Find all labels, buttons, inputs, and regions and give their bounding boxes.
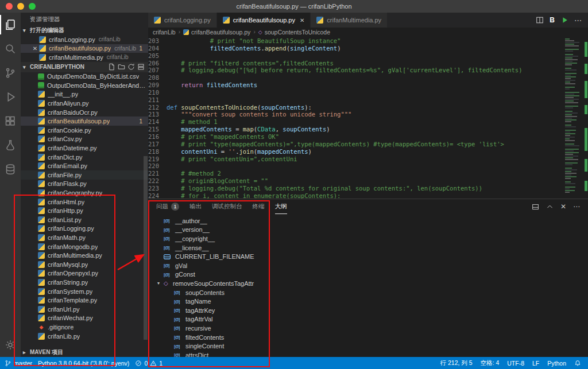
code-line[interactable]: 216 # print "mappedContents OK" — [148, 133, 560, 141]
encoding[interactable]: UTF-8 — [507, 360, 524, 367]
code-line[interactable]: 210 — [148, 89, 560, 96]
outline-item[interactable]: [@]__license__ — [148, 243, 588, 253]
panel-more-button[interactable]: ⋯ — [573, 203, 580, 211]
line-number[interactable]: 209 — [148, 81, 167, 89]
tree-item[interactable]: crifanSystem.py — [21, 287, 148, 296]
maximize-panel-button[interactable] — [546, 203, 554, 211]
code-line[interactable]: 204 filtedContents.append(singleContent) — [148, 45, 560, 52]
code-line[interactable]: 218 contentUni = ''.join(mappedContents) — [148, 148, 560, 156]
panel-layout-button[interactable] — [532, 203, 539, 211]
tree-item[interactable]: crifanList.py — [21, 215, 148, 224]
activity-item-run-debug[interactable] — [0, 85, 21, 109]
line-number[interactable]: 211 — [148, 96, 167, 104]
outline-item[interactable]: [@]__version__ — [148, 226, 588, 235]
code-line[interactable]: 217 # print "type(mappedContents)=",type… — [148, 141, 560, 148]
line-number[interactable]: 205 — [148, 52, 167, 60]
code-line[interactable]: 220 — [148, 162, 560, 170]
open-editor-item[interactable]: ✕crifanMultimedia.pycrifanLib — [21, 53, 148, 62]
code-line[interactable]: 221 # #method 2 — [148, 170, 560, 177]
panel-tab-终端[interactable]: 终端 — [253, 199, 265, 214]
code-line[interactable]: 205 — [148, 52, 560, 60]
overview-ruler[interactable] — [584, 36, 588, 199]
line-number[interactable]: 210 — [148, 89, 167, 96]
close-panel-button[interactable]: ✕ — [560, 203, 566, 211]
line-number[interactable]: 213 — [148, 111, 167, 118]
code-line[interactable]: 214 # method 1 — [148, 118, 560, 126]
b-extension-button[interactable]: B — [550, 16, 555, 24]
tree-item[interactable]: crifanWechat.py — [21, 314, 148, 323]
outline-item[interactable]: [@]__author__ — [148, 216, 588, 226]
tree-item[interactable]: OutputDemoData_ByDictList.csv — [21, 72, 148, 81]
line-number[interactable]: 223 — [148, 185, 167, 192]
python-interpreter-status[interactable]: Python 3.8.0 64-bit ('3.8.0': pyenv) — [38, 360, 129, 367]
manage-button[interactable] — [0, 333, 21, 357]
breadcrumb-item[interactable]: ◇soupContentsToUnicode — [258, 29, 330, 36]
tab-crifanBeautifulsoup.py[interactable]: crifanBeautifulsoup.py✕ — [217, 13, 311, 28]
tree-item[interactable]: crifanDict.py — [21, 153, 148, 162]
outline-item[interactable]: [@]__copyright__ — [148, 234, 588, 243]
tree-item[interactable]: crifanFlask.py — [21, 180, 148, 189]
eol[interactable]: LF — [532, 360, 539, 367]
chevron-down-icon[interactable]: ▾ — [157, 281, 164, 286]
tree-item[interactable]: crifanLib.py — [21, 332, 148, 341]
activity-item-testing[interactable] — [0, 133, 21, 157]
code-line[interactable]: 208 — [148, 74, 560, 81]
tree-item[interactable]: crifanEmail.py — [21, 161, 148, 170]
code-line[interactable]: 206 # print "filterd contents=",filtedCo… — [148, 60, 560, 67]
tree-item[interactable]: __init__.py — [21, 90, 148, 99]
line-number[interactable]: 215 — [148, 126, 167, 133]
tree-item[interactable]: crifanGeography.py — [21, 188, 148, 197]
problems-status[interactable]: 01 — [135, 360, 163, 367]
tree-item[interactable]: crifanString.py — [21, 278, 148, 287]
split-editor-button[interactable] — [536, 16, 544, 24]
line-number[interactable]: 222 — [148, 177, 167, 185]
outline-item[interactable]: [@]recursive — [148, 324, 588, 333]
open-editors-header[interactable]: ▾ 打开的编辑器 — [21, 25, 148, 35]
notifications-bell-button[interactable] — [574, 360, 581, 367]
line-number[interactable]: 219 — [148, 156, 167, 163]
tree-item[interactable]: crifanFile.py — [21, 170, 148, 180]
line-number[interactable]: 212 — [148, 104, 167, 111]
outline-item[interactable]: [@]singleContent — [148, 341, 588, 351]
tab-crifanLogging.py[interactable]: crifanLogging.py — [148, 13, 217, 28]
code-line[interactable]: 203 # print "not BeautifulSoup instance" — [148, 37, 560, 45]
minimap[interactable] — [565, 38, 582, 199]
sidebar-scrollbar[interactable] — [144, 156, 148, 340]
folder-section-header[interactable]: ▾ CRIFANLIBPYTHON — [21, 62, 148, 72]
indentation[interactable]: 空格: 4 — [481, 359, 500, 367]
outline-item[interactable]: [@]tagAttrVal — [148, 315, 588, 324]
refresh-explorer-button[interactable] — [127, 63, 135, 71]
run-python-file-button[interactable] — [560, 16, 568, 24]
outline-item[interactable]: [@]tagName — [148, 297, 588, 306]
line-number[interactable]: 224 — [148, 192, 167, 199]
more-actions-button[interactable]: ⋯ — [574, 16, 582, 25]
new-folder-button[interactable] — [118, 63, 125, 71]
maven-section-header[interactable]: ▸ MAVEN 项目 — [21, 347, 148, 357]
code-line[interactable]: 219 # print "contentUni=",contentUni — [148, 156, 560, 163]
tree-item[interactable]: crifanBeautifulsoup.py1 — [21, 116, 148, 126]
panel-tab-大纲[interactable]: 大纲 — [275, 199, 287, 214]
tree-item[interactable]: crifanOpenpyxl.py — [21, 269, 148, 278]
tree-item[interactable]: crifanMongodb.py — [21, 242, 148, 251]
outline-item[interactable]: [@]gVal — [148, 261, 588, 270]
activity-item-explorer[interactable] — [0, 13, 21, 37]
activity-item-extensions[interactable] — [0, 109, 21, 133]
breadcrumb-item[interactable]: crifanBeautifulsoup.py — [183, 29, 250, 36]
cursor-position[interactable]: 行 212, 列 5 — [440, 359, 473, 367]
outline-item[interactable]: CURRENT_LIB_FILENAME — [148, 252, 588, 261]
code-line[interactable]: 209 return filtedContents — [148, 81, 560, 89]
code-line[interactable]: 215 mappedContents = map(CData, soupCont… — [148, 126, 560, 133]
language-mode[interactable]: Python — [547, 360, 566, 367]
code-line[interactable]: 223 # logging.debug("Total %d contents f… — [148, 185, 560, 192]
activity-item-search[interactable] — [0, 37, 21, 61]
code-line[interactable]: 211 — [148, 96, 560, 104]
panel-tab-调试控制台[interactable]: 调试控制台 — [212, 199, 242, 214]
line-number[interactable]: 221 — [148, 170, 167, 177]
tree-item[interactable]: crifanTemplate.py — [21, 296, 148, 305]
outline-item[interactable]: [@]soupContents — [148, 288, 588, 297]
branch-status[interactable]: master — [5, 360, 32, 367]
code-line[interactable]: 207 # logging.debug("[%d] before return,… — [148, 67, 560, 74]
new-file-button[interactable] — [108, 63, 115, 71]
tree-item[interactable]: crifanDatetime.py — [21, 143, 148, 153]
breadcrumb-item[interactable]: crifanLib — [153, 29, 176, 36]
